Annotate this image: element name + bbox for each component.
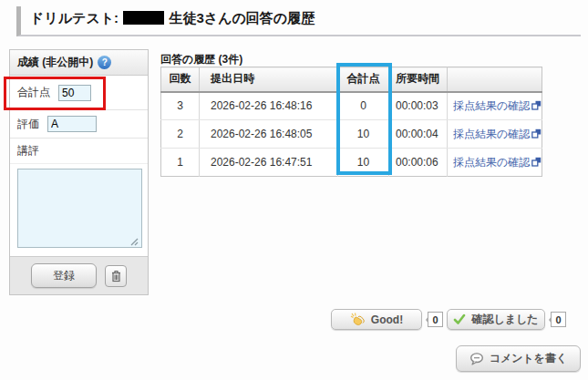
total-score-label: 合計点	[17, 85, 50, 100]
result-link[interactable]: 採点結果の確認	[453, 128, 542, 140]
score-cell: 0	[338, 92, 389, 120]
comment-label-row: 講評	[10, 139, 148, 164]
page-title-prefix: ドリルテスト:	[30, 10, 119, 26]
col-header-action	[448, 67, 542, 92]
clapping-hands-icon	[350, 313, 366, 327]
time-cell: 00:00:06	[389, 149, 448, 177]
help-icon[interactable]: ?	[98, 56, 111, 69]
grade-panel-footer: 登録	[10, 256, 148, 294]
evaluation-input[interactable]	[47, 116, 97, 132]
table-row: 1 2026-02-26 16:47:51 10 00:00:06 採点結果の確…	[161, 149, 542, 177]
page-title: ドリルテスト: 生徒3さんの回答の履歴	[16, 6, 581, 36]
good-button[interactable]: Good!	[331, 309, 422, 330]
grade-panel-title: 成績 (非公開中)	[17, 55, 93, 70]
grade-panel: 成績 (非公開中) ? 合計点 評価 講評 登録	[9, 49, 149, 295]
score-cell: 10	[338, 120, 389, 149]
history-header-row: 回数 提出日時 合計点 所要時間	[161, 67, 542, 92]
total-score-row: 合計点	[10, 76, 148, 110]
result-link-label: 採点結果の確認	[453, 128, 530, 140]
write-comment-label: コメントを書く	[490, 351, 568, 366]
result-link-label: 採点結果の確認	[453, 156, 530, 169]
attempt-cell: 1	[161, 149, 200, 177]
register-button[interactable]: 登録	[31, 263, 97, 288]
col-header-time: 所要時間	[389, 67, 448, 92]
comment-textarea[interactable]	[17, 169, 142, 248]
score-cell: 10	[338, 149, 389, 177]
comment-label: 講評	[17, 143, 39, 159]
col-header-attempt: 回数	[161, 67, 200, 92]
history-heading: 回答の履歴 (3件)	[160, 52, 242, 67]
table-row: 3 2026-02-26 16:48:16 0 00:00:03 採点結果の確認	[161, 92, 542, 120]
time-cell: 00:00:03	[389, 92, 448, 120]
external-link-icon	[531, 157, 542, 167]
external-link-icon	[531, 128, 542, 139]
confirm-button[interactable]: 確認しました	[447, 309, 545, 330]
evaluation-row: 評価	[10, 110, 148, 139]
check-icon	[453, 313, 466, 325]
table-row: 2 2026-02-26 16:48:05 10 00:00:04 採点結果の確…	[161, 120, 542, 149]
result-link[interactable]: 採点結果の確認	[453, 156, 542, 169]
result-link[interactable]: 採点結果の確認	[453, 99, 542, 112]
submitted-cell: 2026-02-26 16:48:16	[200, 92, 338, 120]
delete-button[interactable]	[105, 265, 127, 287]
col-header-submitted: 提出日時	[200, 67, 338, 92]
submitted-cell: 2026-02-26 16:47:51	[200, 149, 338, 177]
good-button-label: Good!	[371, 313, 403, 326]
page: ドリルテスト: 生徒3さんの回答の履歴 成績 (非公開中) ? 合計点 評価 講…	[0, 0, 588, 380]
grade-panel-header: 成績 (非公開中) ?	[10, 50, 148, 76]
col-header-score: 合計点	[338, 67, 389, 92]
history-table: 回数 提出日時 合計点 所要時間 3 2026-02-26 16:48:16 0…	[160, 67, 542, 177]
confirm-button-label: 確認しました	[471, 312, 538, 327]
total-score-input[interactable]	[58, 85, 91, 101]
confirm-count-badge: 0	[551, 312, 566, 327]
comment-textarea-wrap	[10, 164, 148, 256]
time-cell: 00:00:04	[389, 120, 448, 149]
write-comment-button[interactable]: コメントを書く	[456, 345, 581, 372]
page-title-suffix: 生徒3さんの回答の履歴	[169, 10, 315, 26]
speech-bubble-icon	[469, 353, 484, 365]
evaluation-label: 評価	[17, 117, 39, 132]
good-count-badge: 0	[428, 312, 443, 327]
attempt-cell: 2	[161, 120, 200, 149]
trash-icon	[110, 270, 122, 282]
submitted-cell: 2026-02-26 16:48:05	[200, 120, 338, 149]
attempt-cell: 3	[161, 92, 200, 120]
result-link-label: 採点結果の確認	[453, 99, 530, 112]
external-link-icon	[531, 100, 542, 110]
redacted-student-name	[123, 11, 164, 25]
